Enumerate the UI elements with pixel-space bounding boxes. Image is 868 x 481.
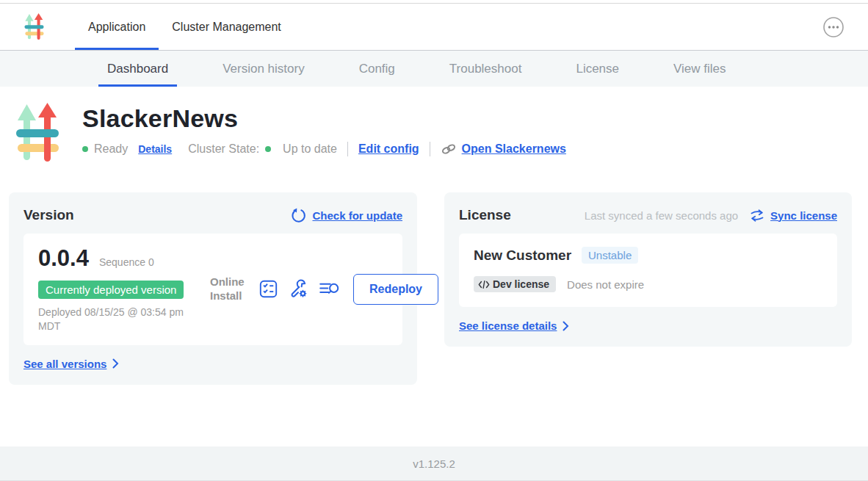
license-expiration: Does not expire xyxy=(567,278,644,291)
subnav-config[interactable]: Config xyxy=(350,53,404,87)
channel-badge: Unstable xyxy=(582,247,638,264)
configure-icon[interactable] xyxy=(289,279,308,299)
deployed-status-badge: Currently deployed version xyxy=(38,281,184,299)
slackernews-logo-icon xyxy=(16,103,59,163)
chevron-right-icon xyxy=(112,358,119,369)
refresh-icon xyxy=(291,208,306,223)
cluster-state-dot xyxy=(265,146,271,152)
app-status-text: Ready xyxy=(94,142,128,156)
console-footer: v1.125.2 xyxy=(0,446,868,481)
see-license-details-link-text: See license details xyxy=(459,319,557,332)
current-version-panel: 0.0.4 Sequence 0 Currently deployed vers… xyxy=(23,234,402,345)
license-type-badge-text: Dev license xyxy=(493,278,549,290)
view-logs-icon[interactable] xyxy=(319,279,340,299)
see-all-versions-link[interactable]: See all versions xyxy=(23,358,402,370)
ellipsis-circle-icon xyxy=(822,16,845,38)
chevron-right-icon xyxy=(563,321,569,331)
link-chain-icon xyxy=(441,142,457,156)
dashboard-cards: Version Check for update 0.0.4 Sequence … xyxy=(9,192,852,385)
subnav-version-history[interactable]: Version history xyxy=(214,53,314,87)
customer-name: New Customer xyxy=(474,247,571,264)
sync-license-link[interactable]: Sync license xyxy=(750,209,837,222)
edit-config-link[interactable]: Edit config xyxy=(358,142,419,156)
app-logo-large xyxy=(16,103,59,166)
open-app-link-text: Open Slackernews xyxy=(462,142,566,156)
preflight-checks-icon[interactable] xyxy=(258,279,278,299)
tab-application[interactable]: Application xyxy=(75,6,159,50)
top-navigation-bar: Application Cluster Management xyxy=(0,4,868,51)
open-app-link[interactable]: Open Slackernews xyxy=(441,142,566,156)
top-nav-tabs: Application Cluster Management xyxy=(75,4,294,50)
check-for-update-link-text: Check for update xyxy=(312,209,402,222)
see-all-versions-link-text: See all versions xyxy=(23,358,106,370)
deployed-timestamp: Deployed 08/15/25 @ 03:54 pm MDT xyxy=(38,305,189,333)
license-type-badge: Dev license xyxy=(474,276,556,292)
see-license-details-link[interactable]: See license details xyxy=(459,319,837,332)
install-type-label: Online Install xyxy=(210,275,248,303)
check-for-update-link[interactable]: Check for update xyxy=(291,208,402,223)
console-version: v1.125.2 xyxy=(413,458,455,470)
divider xyxy=(430,142,430,156)
slackernews-logo-icon xyxy=(24,13,44,40)
license-card-title: License xyxy=(459,207,511,223)
version-card-title: Version xyxy=(23,207,74,223)
subnav-troubleshoot[interactable]: Troubleshoot xyxy=(441,53,531,87)
subnav-dashboard[interactable]: Dashboard xyxy=(98,53,177,87)
more-menu-button[interactable] xyxy=(822,16,845,38)
cluster-state-label: Cluster State: xyxy=(188,142,259,156)
app-sub-navigation: Dashboard Version history Config Trouble… xyxy=(0,51,868,87)
app-status-row: Ready Details Cluster State: Up to date … xyxy=(82,142,566,156)
divider xyxy=(347,142,348,156)
app-header: SlackerNews Ready Details Cluster State:… xyxy=(16,103,852,166)
sync-license-link-text: Sync license xyxy=(770,209,837,222)
version-sequence: Sequence 0 xyxy=(99,256,154,268)
subnav-license[interactable]: License xyxy=(567,53,628,87)
status-details-link[interactable]: Details xyxy=(138,143,172,155)
license-last-synced: Last synced a few seconds ago xyxy=(585,209,738,222)
app-status-dot xyxy=(82,146,88,152)
version-card: Version Check for update 0.0.4 Sequence … xyxy=(9,192,417,385)
redeploy-button[interactable]: Redeploy xyxy=(353,274,438,305)
subnav-view-files[interactable]: View files xyxy=(665,53,735,87)
license-card: License Last synced a few seconds ago Sy… xyxy=(444,192,852,347)
app-logo-small xyxy=(24,4,44,50)
page-title: SlackerNews xyxy=(82,104,566,133)
license-summary-panel: New Customer Unstable Dev license Does n… xyxy=(459,234,837,307)
code-icon xyxy=(478,280,490,289)
sync-icon xyxy=(750,209,764,222)
tab-cluster-management[interactable]: Cluster Management xyxy=(159,6,294,50)
version-number: 0.0.4 xyxy=(38,245,89,272)
cluster-state-value: Up to date xyxy=(283,142,337,156)
